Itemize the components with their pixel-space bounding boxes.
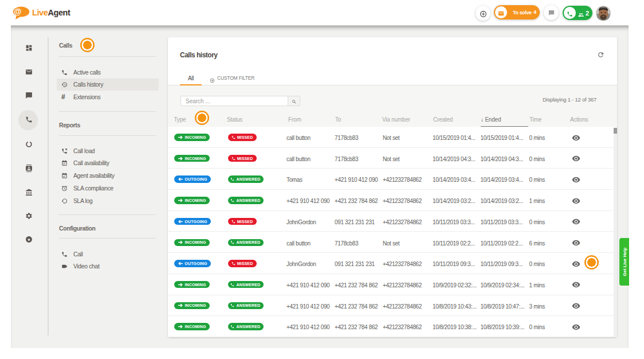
svg-text:@: @	[14, 7, 22, 16]
